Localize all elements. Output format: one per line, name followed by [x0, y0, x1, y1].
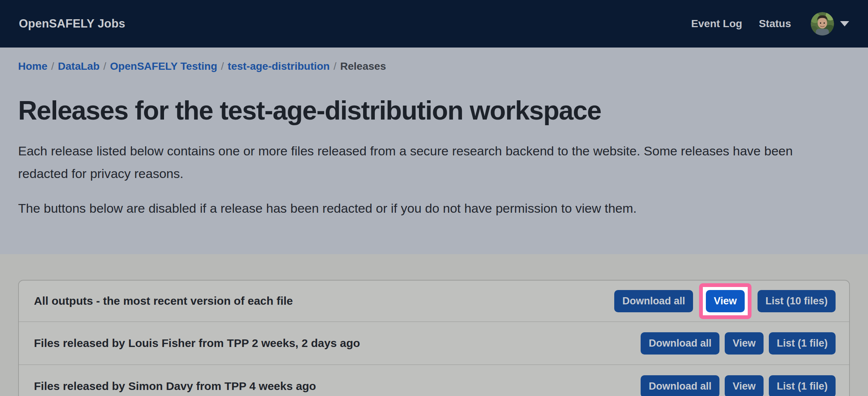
- breadcrumb-home[interactable]: Home: [18, 60, 48, 72]
- intro-paragraph-2: The buttons below are disabled if a rele…: [18, 197, 840, 219]
- breadcrumb-separator: /: [48, 60, 58, 72]
- list-files-button[interactable]: List (10 files): [758, 290, 836, 312]
- app-title[interactable]: OpenSAFELY Jobs: [19, 17, 125, 31]
- caret-down-icon: [840, 21, 849, 26]
- view-button[interactable]: View: [706, 290, 745, 312]
- releases-card: All outputs - the most recent version of…: [18, 280, 850, 396]
- download-all-button[interactable]: Download all: [614, 290, 693, 312]
- release-row-simon-davy: Files released by Simon Davy from TPP 4 …: [19, 364, 849, 396]
- release-label: Files released by Simon Davy from TPP 4 …: [34, 380, 316, 393]
- releases-section: All outputs - the most recent version of…: [0, 254, 868, 396]
- nav-event-log[interactable]: Event Log: [691, 18, 742, 30]
- nav-status[interactable]: Status: [759, 18, 791, 30]
- list-files-button[interactable]: List (1 file): [769, 375, 836, 396]
- release-actions: Download all View List (1 file): [641, 332, 836, 355]
- list-files-button[interactable]: List (1 file): [769, 332, 836, 355]
- page-title: Releases for the test-age-distribution w…: [18, 96, 850, 125]
- release-label: Files released by Louis Fisher from TPP …: [34, 337, 360, 350]
- download-all-button[interactable]: Download all: [641, 375, 719, 396]
- page-header-section: Home/DataLab/OpenSAFELY Testing/test-age…: [0, 48, 868, 254]
- release-row-louis-fisher: Files released by Louis Fisher from TPP …: [19, 321, 849, 364]
- release-label: All outputs - the most recent version of…: [34, 295, 293, 307]
- breadcrumb-workspace[interactable]: test-age-distribution: [228, 60, 330, 72]
- top-navigation-bar: OpenSAFELY Jobs Event Log Status: [0, 0, 868, 48]
- release-row-all-outputs: All outputs - the most recent version of…: [19, 281, 849, 321]
- view-button[interactable]: View: [725, 375, 764, 396]
- release-actions: Download all View List (10 files): [614, 283, 836, 319]
- user-menu[interactable]: [811, 12, 849, 35]
- release-actions: Download all View List (1 file): [641, 375, 836, 396]
- download-all-button[interactable]: Download all: [641, 332, 719, 355]
- view-button[interactable]: View: [725, 332, 764, 355]
- annotation-highlight-box: View: [699, 283, 751, 319]
- breadcrumb-separator: /: [100, 60, 110, 72]
- breadcrumb-opensafely-testing[interactable]: OpenSAFELY Testing: [110, 60, 217, 72]
- breadcrumb-datalab[interactable]: DataLab: [58, 60, 100, 72]
- breadcrumb: Home/DataLab/OpenSAFELY Testing/test-age…: [18, 59, 850, 74]
- user-avatar[interactable]: [811, 12, 834, 35]
- breadcrumb-current-releases: Releases: [340, 60, 386, 72]
- breadcrumb-separator: /: [217, 60, 228, 72]
- header-nav: Event Log Status: [691, 12, 849, 35]
- breadcrumb-separator: /: [330, 60, 340, 72]
- intro-paragraph-1: Each release listed below contains one o…: [18, 140, 840, 185]
